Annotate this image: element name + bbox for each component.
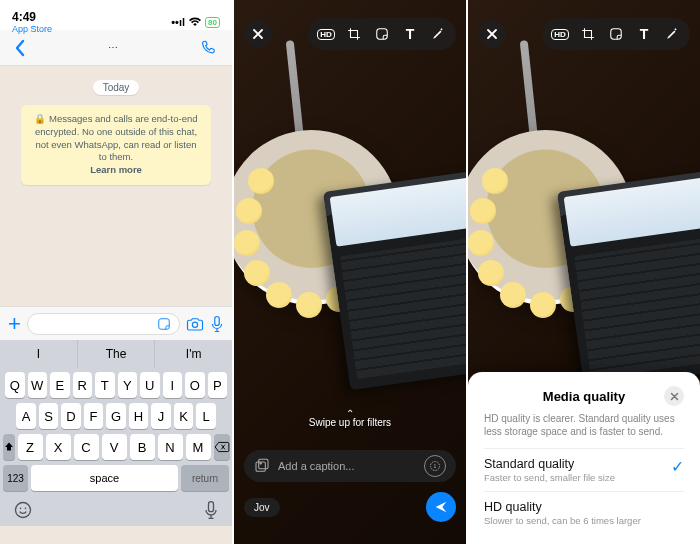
space-key[interactable]: space	[31, 465, 178, 491]
draw-tool-button[interactable]	[426, 22, 450, 46]
option-title: HD quality	[484, 500, 684, 514]
add-media-icon[interactable]	[254, 458, 270, 474]
key-v[interactable]: V	[102, 434, 127, 460]
numbers-key[interactable]: 123	[3, 465, 28, 491]
crop-button[interactable]	[576, 22, 600, 46]
svg-point-3	[16, 503, 31, 518]
keyboard: QWERTYUIOP ASDFGHJKL ZXCVBNM 123 space r…	[0, 368, 232, 526]
edit-tools: HD T	[542, 18, 690, 50]
dictate-key[interactable]	[203, 500, 219, 520]
svg-rect-12	[611, 29, 622, 40]
svg-point-4	[20, 508, 22, 510]
quality-option-hd[interactable]: HD quality Slower to send, can be 6 time…	[484, 491, 684, 534]
caption-input[interactable]: Add a caption... 1	[244, 450, 456, 482]
suggestion-2[interactable]: I'm	[155, 340, 232, 368]
edit-tools: HD T	[308, 18, 456, 50]
hd-button[interactable]: HD	[314, 22, 338, 46]
encryption-notice[interactable]: 🔒 Messages and calls are end-to-end encr…	[21, 105, 211, 185]
whatsapp-chat-panel: 4:49 App Store ••ıl 80 ⋯ Today 🔒 Message…	[0, 0, 232, 544]
key-u[interactable]: U	[140, 372, 160, 398]
keyboard-suggestions: I The I'm	[0, 340, 232, 368]
key-f[interactable]: F	[84, 403, 104, 429]
suggestion-0[interactable]: I	[0, 340, 78, 368]
sheet-subtitle: HD quality is clearer. Standard quality …	[484, 412, 684, 438]
emoji-key[interactable]	[13, 500, 33, 520]
learn-more-link[interactable]: Learn more	[31, 164, 201, 177]
key-g[interactable]: G	[106, 403, 126, 429]
crop-button[interactable]	[342, 22, 366, 46]
key-d[interactable]: D	[61, 403, 81, 429]
caption-placeholder: Add a caption...	[278, 460, 354, 472]
camera-button[interactable]	[186, 316, 204, 332]
message-input[interactable]	[27, 313, 180, 335]
sticker-tool-button[interactable]	[604, 22, 628, 46]
kb-row-4: 123 space return	[3, 465, 229, 491]
option-sub: Slower to send, can be 6 times larger	[484, 515, 684, 526]
call-button[interactable]	[200, 39, 218, 57]
key-o[interactable]: O	[185, 372, 205, 398]
key-s[interactable]: S	[39, 403, 59, 429]
key-n[interactable]: N	[158, 434, 183, 460]
key-b[interactable]: B	[130, 434, 155, 460]
key-y[interactable]: Y	[118, 372, 138, 398]
status-indicators: ••ıl 80	[171, 16, 220, 28]
chat-body: Today 🔒 Messages and calls are end-to-en…	[0, 66, 232, 306]
key-j[interactable]: J	[151, 403, 171, 429]
sticker-tool-button[interactable]	[370, 22, 394, 46]
hd-button[interactable]: HD	[548, 22, 572, 46]
quality-option-standard[interactable]: Standard quality Faster to send, smaller…	[484, 448, 684, 491]
key-l[interactable]: L	[196, 403, 216, 429]
return-key[interactable]: return	[181, 465, 229, 491]
media-quality-sheet: Media quality HD quality is clearer. Sta…	[468, 372, 700, 544]
draw-tool-button[interactable]	[660, 22, 684, 46]
key-m[interactable]: M	[186, 434, 211, 460]
key-w[interactable]: W	[28, 372, 48, 398]
sheet-close-button[interactable]	[664, 386, 684, 406]
message-input-row: +	[0, 306, 232, 340]
signal-icon: ••ıl	[171, 16, 185, 28]
key-a[interactable]: A	[16, 403, 36, 429]
lock-icon: 🔒	[34, 113, 49, 124]
kb-row-3: ZXCVBNM	[3, 434, 229, 460]
view-once-button[interactable]: 1	[424, 455, 446, 477]
text-tool-button[interactable]: T	[632, 22, 656, 46]
key-t[interactable]: T	[95, 372, 115, 398]
mic-button[interactable]	[210, 315, 224, 333]
key-e[interactable]: E	[50, 372, 70, 398]
attach-button[interactable]: +	[8, 311, 21, 337]
sticker-icon[interactable]	[157, 317, 171, 331]
suggestion-1[interactable]: The	[78, 340, 156, 368]
option-title: Standard quality	[484, 457, 671, 471]
close-button[interactable]	[244, 20, 272, 48]
key-k[interactable]: K	[174, 403, 194, 429]
key-i[interactable]: I	[163, 372, 183, 398]
svg-rect-9	[259, 459, 268, 468]
send-button[interactable]	[426, 492, 456, 522]
recipient-chip[interactable]: Jov	[244, 498, 280, 517]
key-h[interactable]: H	[129, 403, 149, 429]
battery-icon: 80	[205, 17, 220, 28]
contact-name[interactable]: ⋯	[108, 42, 118, 53]
key-x[interactable]: X	[46, 434, 71, 460]
key-r[interactable]: R	[73, 372, 93, 398]
key-p[interactable]: P	[208, 372, 228, 398]
svg-text:1: 1	[434, 463, 437, 469]
key-z[interactable]: Z	[18, 434, 43, 460]
svg-rect-6	[209, 502, 214, 512]
key-c[interactable]: C	[74, 434, 99, 460]
status-time: 4:49	[12, 10, 52, 24]
swipe-filters-hint: Swipe up for filters	[234, 408, 466, 428]
backspace-key[interactable]	[214, 434, 230, 460]
kb-bottom-row	[3, 496, 229, 520]
close-button[interactable]	[478, 20, 506, 48]
svg-rect-2	[215, 316, 220, 325]
key-q[interactable]: Q	[5, 372, 25, 398]
svg-point-1	[192, 322, 197, 327]
wifi-icon	[188, 17, 202, 27]
text-tool-button[interactable]: T	[398, 22, 422, 46]
shift-key[interactable]	[3, 434, 15, 460]
kb-row-1: QWERTYUIOP	[3, 372, 229, 398]
back-button[interactable]	[14, 39, 26, 57]
date-pill: Today	[93, 80, 140, 95]
app-store-back[interactable]: App Store	[12, 24, 52, 34]
